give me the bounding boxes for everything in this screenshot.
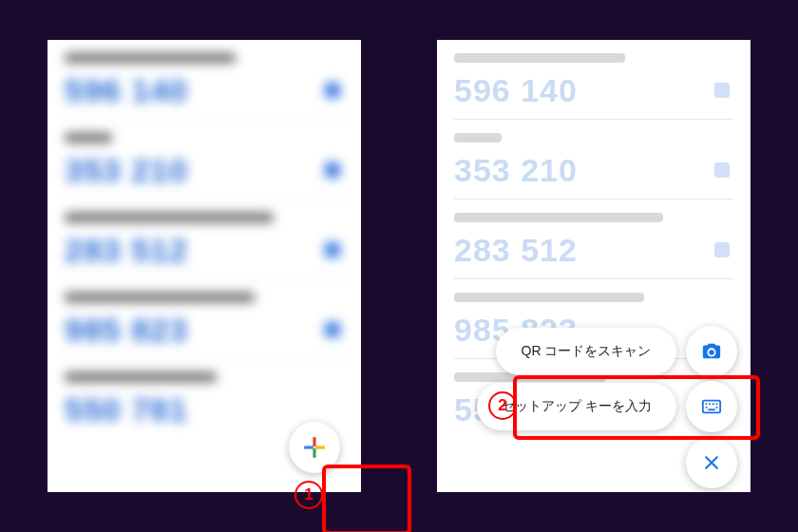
otp-code: 283 512 bbox=[454, 232, 733, 269]
code-row: 596 140 bbox=[65, 40, 344, 120]
code-row: 985 823 bbox=[65, 279, 344, 359]
account-label bbox=[454, 133, 502, 142]
svg-rect-1 bbox=[313, 448, 315, 458]
annotation-1: 1 bbox=[294, 481, 323, 509]
svg-rect-0 bbox=[313, 437, 315, 446]
copy-icon bbox=[714, 242, 730, 257]
account-label bbox=[454, 53, 625, 63]
callout-box-2 bbox=[513, 375, 760, 440]
svg-rect-3 bbox=[315, 446, 325, 448]
annotation-2: 2 bbox=[488, 391, 517, 420]
account-label bbox=[65, 293, 255, 302]
copy-icon bbox=[325, 83, 340, 98]
authenticator-screen-add: 596 140 353 210 283 512 985 823 550 781 bbox=[48, 40, 361, 492]
close-menu-button[interactable] bbox=[686, 437, 737, 488]
otp-code: 596 140 bbox=[454, 72, 733, 109]
camera-icon bbox=[701, 341, 722, 362]
svg-rect-2 bbox=[304, 446, 314, 448]
account-label bbox=[65, 53, 236, 63]
code-list: 596 140 353 210 283 512 985 823 550 781 bbox=[48, 40, 361, 438]
plus-multicolor-icon bbox=[302, 435, 327, 460]
copy-icon bbox=[714, 162, 730, 178]
copy-icon bbox=[325, 162, 340, 178]
otp-code: 550 781 bbox=[65, 391, 344, 428]
code-row: 353 210 bbox=[65, 120, 344, 200]
code-row: 283 512 bbox=[65, 200, 344, 279]
code-row: 283 512 bbox=[454, 200, 733, 279]
account-label bbox=[454, 213, 663, 222]
otp-code: 985 823 bbox=[65, 312, 344, 349]
copy-icon bbox=[325, 242, 340, 257]
code-row: 353 210 bbox=[454, 120, 733, 200]
copy-icon bbox=[325, 322, 340, 337]
account-label bbox=[454, 293, 644, 302]
account-label bbox=[65, 372, 217, 382]
otp-code: 353 210 bbox=[65, 152, 344, 189]
otp-code: 283 512 bbox=[65, 232, 344, 269]
copy-icon bbox=[714, 83, 730, 98]
otp-code: 596 140 bbox=[65, 72, 344, 109]
callout-box-1 bbox=[322, 465, 411, 532]
scan-qr-label: QR コードをスキャン bbox=[522, 343, 652, 360]
scan-qr-button[interactable] bbox=[686, 326, 737, 377]
account-label bbox=[65, 133, 112, 142]
code-row: 596 140 bbox=[454, 40, 733, 120]
account-label bbox=[65, 213, 274, 222]
scan-qr-chip[interactable]: QR コードをスキャン bbox=[496, 328, 676, 375]
close-icon bbox=[702, 453, 721, 472]
otp-code: 353 210 bbox=[454, 152, 733, 189]
